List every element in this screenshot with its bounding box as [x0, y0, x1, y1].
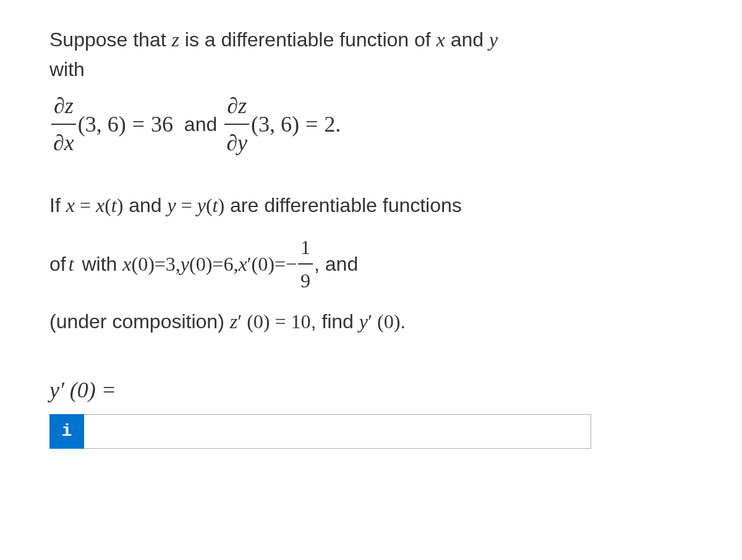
p1-lparen2: (	[206, 194, 213, 216]
p2-xprime: x	[238, 249, 247, 279]
p3-find: , find	[311, 310, 359, 333]
p1-t2: t	[213, 194, 218, 216]
p2-val1: 3,	[166, 249, 181, 279]
paragraph-3: (under composition) z′ (0) = 10, find y′…	[49, 307, 693, 336]
problem-intro: Suppose that z is a differentiable funct…	[49, 25, 693, 84]
value-2: 2	[324, 108, 335, 141]
ans-prime: ′	[59, 378, 64, 402]
p2-eq3: =	[275, 249, 286, 279]
var-y: y	[489, 28, 498, 51]
p1-xt: x	[96, 194, 104, 216]
p3-yarg: (0)	[372, 310, 400, 333]
frac-num: 1	[298, 232, 313, 265]
p1-rparen2: )	[218, 194, 225, 216]
var-z: z	[171, 28, 179, 51]
p3-prefix: (under composition)	[49, 310, 230, 333]
p1-yt: y	[197, 194, 206, 216]
frac-den: 9	[298, 265, 313, 295]
p1-if: If	[49, 194, 66, 216]
p2-comma-and: , and	[314, 249, 358, 279]
p3-z: z	[230, 310, 237, 333]
p2-x0arg: (0)	[131, 249, 154, 279]
intro-text-1: Suppose that	[49, 28, 171, 51]
intro-and: and	[445, 28, 489, 51]
p1-rparen1: )	[117, 194, 124, 216]
ans-arg: (0)	[64, 378, 96, 402]
answer-input[interactable]	[84, 414, 591, 449]
value-36: 36	[151, 108, 173, 141]
p2-of: of	[49, 249, 66, 279]
point-2: (3, 6)	[251, 108, 299, 141]
p3-eq: =	[270, 310, 291, 333]
p2-neg: −	[286, 249, 297, 279]
and-text: and	[173, 109, 223, 139]
p2-with: with	[77, 249, 123, 279]
paragraph-1: If x = x(t) and y = y(t) are differentia…	[49, 190, 693, 220]
dz-numerator-1: ∂z	[51, 89, 76, 125]
fraction-1-9: 19	[298, 232, 313, 295]
paragraph-2: of t with x(0) = 3, y(0) = 6, x′ (0) = −…	[49, 232, 693, 295]
p1-and: and	[123, 194, 167, 216]
p2-prime1: ′	[247, 249, 252, 279]
equals-1: =	[132, 108, 145, 141]
var-x: x	[437, 28, 445, 51]
p3-y: y	[359, 310, 368, 333]
p1-eq1: =	[75, 194, 96, 216]
p2-x: x	[122, 249, 131, 279]
intro-with: with	[49, 54, 693, 84]
p2-val2: 6,	[223, 249, 238, 279]
p3-prime2: ′	[368, 310, 372, 333]
partial-derivative-equation: ∂z ∂x (3, 6) = 36 and ∂z ∂y (3, 6) = 2 .	[49, 89, 693, 159]
p1-x: x	[66, 194, 75, 216]
p1-t1: t	[111, 194, 117, 216]
answer-input-row: i	[49, 414, 693, 449]
p1-y: y	[168, 194, 176, 216]
answer-label: y′ (0) =	[49, 373, 693, 407]
p1-eq2: =	[176, 194, 197, 216]
p2-y: y	[181, 249, 189, 279]
point-1: (3, 6)	[78, 108, 126, 141]
p1-lparen1: (	[104, 194, 111, 216]
answer-section: y′ (0) = i	[49, 373, 693, 449]
p2-y0arg: (0)	[189, 249, 212, 279]
dz-numerator-2: ∂z	[224, 89, 249, 125]
ans-eq: =	[96, 378, 116, 402]
p1-suffix: are differentiable functions	[224, 194, 462, 216]
p2-eq2: =	[212, 249, 223, 279]
fraction-dzdx: ∂z ∂x	[51, 89, 77, 159]
p3-period: .	[400, 310, 406, 333]
intro-text-2: is a differentiable function of	[179, 28, 437, 51]
info-button[interactable]: i	[49, 414, 84, 449]
equals-2: =	[305, 108, 318, 141]
period-1: .	[335, 108, 341, 141]
p2-xparg: (0)	[252, 249, 275, 279]
p2-t: t	[69, 249, 74, 279]
dy-denominator: ∂y	[224, 125, 250, 159]
p2-eq1: =	[155, 249, 166, 279]
p3-val: 10	[291, 310, 311, 333]
ans-y: y	[49, 378, 59, 402]
fraction-dzdy: ∂z ∂y	[224, 89, 250, 159]
dx-denominator: ∂x	[51, 125, 77, 159]
p3-arg: (0)	[242, 310, 270, 333]
info-icon: i	[62, 418, 72, 444]
